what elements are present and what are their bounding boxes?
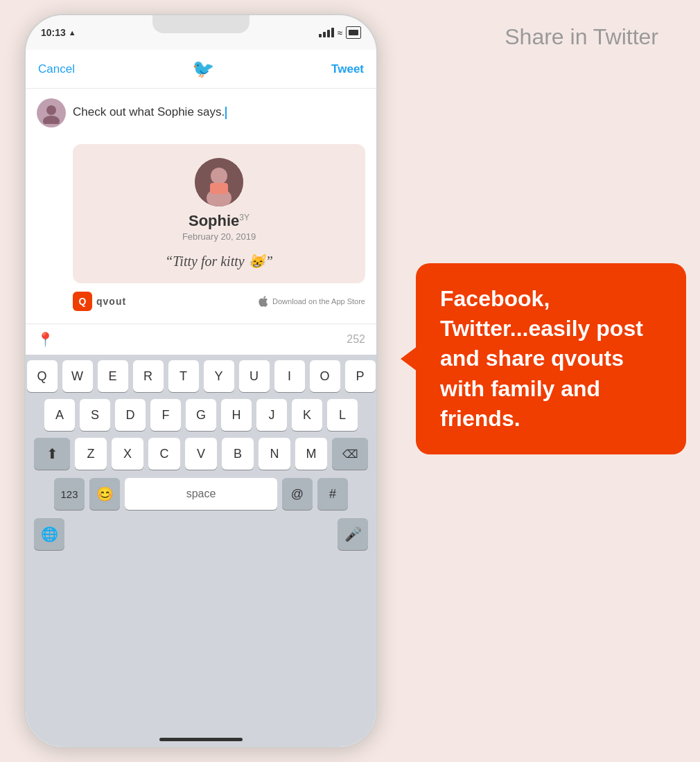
keyboard-row-5: 🌐 🎤 (30, 518, 372, 550)
phone-frame: 10:13 ▲ ≈ Ca (24, 14, 378, 748)
cancel-button[interactable]: Cancel (38, 62, 75, 76)
key-X[interactable]: X (112, 438, 143, 470)
quote-name: Sophie3Y (87, 212, 351, 230)
twitter-nav-bar: Cancel 🐦 Tweet (26, 50, 376, 89)
svg-point-0 (46, 105, 56, 115)
tweet-input[interactable]: Check out what Sophie says. (73, 98, 365, 134)
emoji-key[interactable]: 😊 (89, 478, 120, 510)
qvout-logo: Q qvout (73, 292, 126, 311)
key-B[interactable]: B (222, 438, 254, 470)
key-Y[interactable]: Y (204, 360, 234, 392)
wifi-icon: ≈ (338, 28, 342, 38)
key-A[interactable]: A (44, 399, 75, 431)
signal-icon (319, 28, 334, 37)
card-footer: Q qvout Download on the App Store (26, 283, 376, 319)
tweet-button[interactable]: Tweet (331, 62, 364, 76)
avatar (37, 98, 66, 127)
svg-rect-5 (210, 183, 228, 194)
key-E[interactable]: E (98, 360, 128, 392)
space-key[interactable]: space (125, 478, 277, 510)
orange-bubble: Facebook, Twitter...easily post and shar… (416, 263, 686, 454)
phone-screen: Cancel 🐦 Tweet Check out wha (26, 50, 376, 747)
qvout-icon: Q (73, 292, 92, 311)
keyboard-row-2: A S D F G H J K L (30, 399, 372, 431)
key-J[interactable]: J (256, 399, 287, 431)
at-key[interactable]: @ (282, 478, 313, 510)
status-time: 10:13 ▲ (41, 27, 76, 38)
text-cursor (225, 107, 227, 119)
status-bar: 10:13 ▲ ≈ (26, 15, 376, 50)
twitter-compose: Cancel 🐦 Tweet Check out wha (26, 50, 376, 355)
qvout-brand-name: qvout (96, 296, 126, 307)
key-F[interactable]: F (150, 399, 181, 431)
key-O[interactable]: O (310, 360, 340, 392)
keyboard-row-4: 123 😊 space @ # (30, 477, 372, 511)
svg-point-1 (43, 116, 60, 124)
twitter-bird-icon: 🐦 (192, 58, 214, 80)
key-Z[interactable]: Z (75, 438, 107, 470)
apple-icon (258, 296, 269, 307)
location-icon[interactable]: 📍 (37, 331, 54, 348)
shift-key[interactable]: ⬆ (34, 438, 70, 470)
key-M[interactable]: M (295, 438, 327, 470)
key-W[interactable]: W (62, 360, 93, 392)
key-K[interactable]: K (292, 399, 322, 431)
key-I[interactable]: I (274, 360, 305, 392)
key-H[interactable]: H (221, 399, 252, 431)
keyboard-row-1: Q W E R T Y U I O P (30, 360, 372, 392)
avatar-image (40, 102, 62, 124)
quote-date: February 20, 2019 (87, 231, 351, 242)
page-container: Share in Twitter Facebook, Twitter...eas… (0, 0, 700, 762)
backspace-key[interactable]: ⌫ (332, 438, 368, 470)
key-D[interactable]: D (115, 399, 146, 431)
app-store-badge: Download on the App Store (258, 296, 365, 307)
numbers-key[interactable]: 123 (54, 478, 85, 510)
quote-avatar (195, 158, 243, 206)
svg-point-3 (211, 168, 227, 184)
notch (152, 15, 250, 33)
compose-toolbar: 📍 252 (26, 324, 376, 355)
compose-input-area: Check out what Sophie says. (26, 89, 376, 144)
char-count: 252 (347, 333, 365, 346)
bubble-text: Facebook, Twitter...easily post and shar… (440, 284, 662, 434)
hash-key[interactable]: # (317, 478, 348, 510)
mic-key[interactable]: 🎤 (338, 518, 368, 550)
sophie-avatar-image (195, 158, 243, 206)
home-indicator (159, 738, 243, 741)
keyboard: Q W E R T Y U I O P A S D F (26, 355, 376, 747)
key-S[interactable]: S (80, 399, 110, 431)
key-G[interactable]: G (186, 399, 216, 431)
key-U[interactable]: U (239, 360, 270, 392)
status-icons: ≈ (319, 26, 361, 39)
battery-icon (346, 26, 361, 39)
key-Q[interactable]: Q (27, 360, 58, 392)
location-arrow-icon: ▲ (69, 28, 76, 37)
key-N[interactable]: N (259, 438, 290, 470)
key-L[interactable]: L (327, 399, 358, 431)
share-title: Share in Twitter (505, 24, 658, 50)
key-V[interactable]: V (185, 438, 217, 470)
keyboard-row-3: ⬆ Z X C V B N M ⌫ (30, 438, 372, 470)
key-R[interactable]: R (133, 360, 164, 392)
key-T[interactable]: T (168, 360, 199, 392)
quote-text: “Titty for kitty 😸” (87, 253, 351, 269)
key-P[interactable]: P (345, 360, 376, 392)
globe-key[interactable]: 🌐 (34, 518, 64, 550)
quote-card: Sophie3Y February 20, 2019 “Titty for ki… (73, 144, 365, 283)
key-C[interactable]: C (148, 438, 180, 470)
